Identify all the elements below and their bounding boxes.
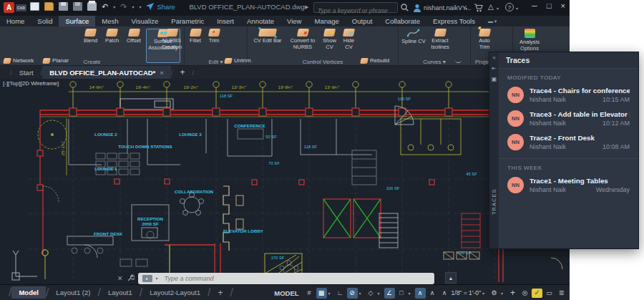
trim-button[interactable]: Trim xyxy=(205,29,223,63)
spline-cv-button[interactable]: Spline CV xyxy=(401,29,426,63)
minimize-button[interactable]: ─ xyxy=(532,1,537,10)
new-layout-button[interactable]: + xyxy=(210,286,230,300)
polar-tracking-icon[interactable]: ⊘ xyxy=(347,288,358,299)
palette-autohide-icon[interactable]: ⇤ xyxy=(492,65,497,72)
undo-icon[interactable]: ↶ xyxy=(102,2,108,11)
redo-icon[interactable]: ↷ xyxy=(120,2,127,11)
object-snap-icon[interactable]: □ xyxy=(396,288,407,299)
graphics-performance-icon[interactable]: ✓ xyxy=(532,289,542,298)
command-bar[interactable]: ▸ ▾ xyxy=(138,273,434,284)
grid-display-icon[interactable]: # xyxy=(304,288,315,299)
drawing-tab-active[interactable]: BLVD OFFICE_PLAN-AUTOCAD*× xyxy=(42,66,171,79)
tab-parametric[interactable]: Parametric xyxy=(165,16,210,26)
workspace-dropdown-icon[interactable]: ▾ xyxy=(501,291,506,296)
ortho-mode-icon[interactable]: ∟ xyxy=(335,288,346,299)
tab-express-tools[interactable]: Express Tools xyxy=(426,16,482,26)
user-icon[interactable] xyxy=(413,4,421,12)
annotation-scale-icon[interactable]: ∧ xyxy=(439,288,450,299)
redo-dropdown-icon[interactable]: ▾ xyxy=(132,4,134,9)
command-dropdown-icon[interactable]: ▾ xyxy=(156,276,161,281)
patch-button[interactable]: Patch xyxy=(102,29,122,63)
offset-button[interactable]: Offset xyxy=(123,29,145,63)
snap-dropdown-icon[interactable]: ▾ xyxy=(328,291,333,296)
panel-edit-label[interactable]: Edit ▾ xyxy=(185,59,247,65)
new-drawing-tab-button[interactable]: + xyxy=(173,66,192,79)
isometric-drafting-icon[interactable]: ◇ xyxy=(366,288,376,299)
tab-mesh[interactable]: Mesh xyxy=(95,16,125,26)
apps-dropdown-icon[interactable]: ▾ xyxy=(497,6,499,11)
model-space-badge[interactable]: MODEL xyxy=(274,289,298,297)
cv-edit-bar-button[interactable]: CV Edit Bar xyxy=(250,29,285,63)
palette-close-icon[interactable]: × xyxy=(492,54,496,61)
help-dropdown-icon[interactable]: ▾ xyxy=(516,6,518,11)
plot-icon[interactable] xyxy=(87,2,97,11)
fillet-button[interactable]: Fillet xyxy=(186,29,205,63)
tab-annotate[interactable]: Annotate xyxy=(240,16,280,26)
search-input[interactable] xyxy=(314,6,397,16)
autoscale-icon[interactable]: ∧ xyxy=(427,288,438,299)
layout-tab-layout1-2[interactable]: Layout1 (2) xyxy=(49,286,97,299)
extract-isolines-button[interactable]: Extract Isolines xyxy=(427,29,453,63)
command-input[interactable] xyxy=(165,275,430,282)
start-tab[interactable]: Start xyxy=(12,66,41,79)
scale-dropdown-icon[interactable]: ▾ xyxy=(482,291,487,296)
save-icon[interactable] xyxy=(59,2,68,11)
command-expand-button[interactable]: ▲ xyxy=(445,272,457,284)
qat-dropdown-icon[interactable]: ▾ xyxy=(139,4,141,9)
drawing-canvas[interactable]: 14'-6¼" 19'-4¾" 19'-2¾" 13'-3¾" 19'-8¾" … xyxy=(0,79,570,284)
close-tab-icon[interactable]: × xyxy=(160,69,164,77)
search-expand-icon[interactable]: ▶ xyxy=(305,4,308,10)
isolate-objects-icon[interactable]: ◎ xyxy=(519,288,530,299)
tab-manage[interactable]: Manage xyxy=(308,16,345,26)
tab-view[interactable]: View xyxy=(280,16,308,26)
tab-insert[interactable]: Insert xyxy=(210,16,240,26)
object-snap-tracking-icon[interactable]: ∠ xyxy=(384,288,395,299)
hide-cv-button[interactable]: Hide CV xyxy=(339,29,358,63)
osnap-dropdown-icon[interactable]: ▾ xyxy=(409,291,414,296)
nurbs-creation-button[interactable]: NURBS Creation xyxy=(160,29,184,63)
tab-collaborate[interactable]: Collaborate xyxy=(379,16,426,26)
new-file-icon[interactable] xyxy=(30,2,39,11)
palette-properties-icon[interactable]: ▣ xyxy=(492,76,497,82)
iso-dropdown-icon[interactable]: ▾ xyxy=(378,291,383,296)
status-menu-icon[interactable]: ≡ xyxy=(556,288,567,299)
panel-create-label[interactable]: Create xyxy=(0,59,184,65)
customization-plus-icon[interactable]: + xyxy=(507,288,518,299)
ribbon-display-toggle-icon[interactable]: ▬ ▾ xyxy=(482,16,503,26)
maximize-button[interactable]: □ xyxy=(547,1,552,10)
trace-list-item[interactable]: NN Trace2 - Front Desk Nishant Naik 10:0… xyxy=(499,130,638,154)
trace-list-item[interactable]: NN Trace1 - Meeting Tables Nishant Naik … xyxy=(499,173,638,197)
autodesk-apps-icon[interactable]: △ xyxy=(488,3,494,11)
tab-output[interactable]: Output xyxy=(346,16,379,26)
cancel-command-icon[interactable]: ✕ xyxy=(117,275,123,282)
trace-list-item[interactable]: NN Trace4 - Chairs for conference room N… xyxy=(499,83,638,107)
tab-solid[interactable]: Solid xyxy=(31,16,59,26)
annotation-visibility-icon[interactable]: ∧ xyxy=(415,288,426,299)
snap-mode-icon[interactable]: ▩ xyxy=(316,288,327,299)
open-file-icon[interactable] xyxy=(44,2,54,11)
customize-wrench-icon[interactable] xyxy=(127,274,135,282)
search-icon[interactable] xyxy=(401,4,409,11)
layout-tab-layout2[interactable]: Layout2-Layout1 xyxy=(142,286,208,299)
tab-visualize[interactable]: Visualize xyxy=(125,16,165,26)
trace-list-item[interactable]: NN Trace3 - Add table in Elevator Lobby … xyxy=(499,107,638,130)
blend-button[interactable]: Blend xyxy=(80,29,101,63)
layout-tab-model[interactable]: Model xyxy=(11,286,45,299)
convert-to-nurbs-button[interactable]: Convert to NURBS xyxy=(286,29,319,63)
panel-curves-label[interactable]: Curves ▾ xyxy=(399,59,470,65)
clean-screen-icon[interactable]: ▭ xyxy=(544,288,555,299)
close-button[interactable]: × xyxy=(561,1,565,10)
tab-home[interactable]: Home xyxy=(0,16,31,26)
show-cv-button[interactable]: Show CV xyxy=(320,29,339,63)
save-as-icon[interactable] xyxy=(73,2,82,11)
tab-surface[interactable]: Surface xyxy=(59,16,95,26)
app-menu-button[interactable]: A CAD xyxy=(4,2,26,13)
layout-tab-layout1[interactable]: Layout1 xyxy=(101,286,140,299)
help-icon[interactable]: ? xyxy=(505,3,514,11)
annotation-scale-value[interactable]: 1/8" = 1'-0" xyxy=(452,289,481,296)
command-history-icon[interactable]: ▸ xyxy=(142,275,152,282)
cart-icon[interactable] xyxy=(474,4,483,12)
viewport-controls[interactable]: [-][Top][2D Wireframe] xyxy=(3,80,59,87)
undo-dropdown-icon[interactable]: ▾ xyxy=(113,4,115,9)
user-dropdown-icon[interactable]: ▾ xyxy=(465,6,467,11)
